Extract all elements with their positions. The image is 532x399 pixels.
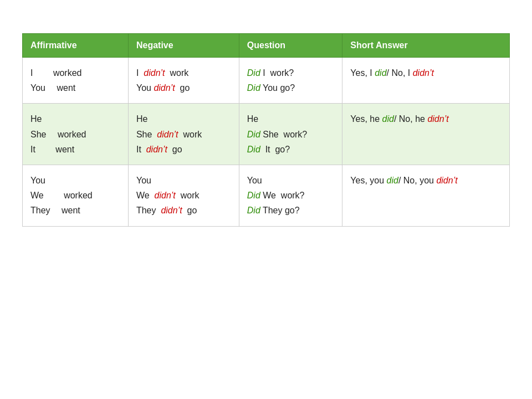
table-row: You We worked They wentYou We didn’t wor… [23,165,510,226]
table-wrapper: AffirmativeNegativeQuestionShort Answer … [22,33,510,227]
column-header-short-answer: Short Answer [342,34,510,58]
negative-cell: He She didn’t work It didn’t go [128,104,239,165]
short-answer-cell: Yes, he did/ No, he didn’t [342,104,510,165]
question-cell: He Did She work? Did It go? [239,104,342,165]
column-header-affirmative: Affirmative [23,34,129,58]
short-answer-cell: Yes, I did/ No, I didn’t [342,58,510,104]
table-row: He She worked It wentHe She didn’t work … [23,104,510,165]
negative-cell: I didn’t work You didn’t go [128,58,239,104]
affirmative-cell: You We worked They went [23,165,129,226]
simple-past-chart-table: AffirmativeNegativeQuestionShort Answer … [22,33,510,227]
column-header-negative: Negative [128,34,239,58]
affirmative-cell: I worked You went [23,58,129,104]
question-cell: You Did We work? Did They go? [239,165,342,226]
short-answer-cell: Yes, you did/ No, you didn’t [342,165,510,226]
column-header-question: Question [239,34,342,58]
negative-cell: You We didn’t work They didn’t go [128,165,239,226]
table-header-row: AffirmativeNegativeQuestionShort Answer [23,34,510,58]
question-cell: Did I work? Did You go? [239,58,342,104]
affirmative-cell: He She worked It went [23,104,129,165]
table-row: I worked You wentI didn’t work You didn’… [23,58,510,104]
